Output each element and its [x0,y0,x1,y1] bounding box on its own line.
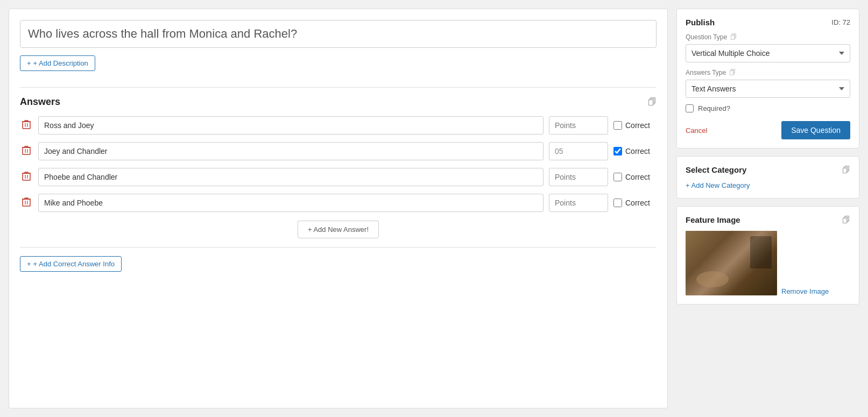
select-category-card: Select Category 🗍 + Add New Category [676,156,859,199]
svg-rect-12 [23,199,30,206]
plus-icon-2: + [27,260,31,268]
add-new-answer-button[interactable]: + Add New Answer! [298,221,379,238]
answer-row: Correct [20,116,657,135]
answers-header: Answers 🗍 [20,96,657,108]
question-type-label: Question Type 🗍 [686,33,850,41]
image-row: Remove Image [686,231,850,295]
correct-label-3: Correct [613,173,657,181]
answer-text-input-3[interactable] [38,168,544,186]
copy-icon-qt: 🗍 [730,33,737,41]
answers-type-select[interactable]: Text Answers Image Answers [686,80,850,98]
copy-icon-cat: 🗍 [842,165,850,174]
correct-checkbox-3[interactable] [613,173,622,181]
correct-text-4: Correct [625,199,650,207]
copy-icon[interactable]: 🗍 [648,97,657,107]
answer-row: Correct [20,194,657,212]
answer-text-input-4[interactable] [38,194,544,212]
correct-checkbox-2[interactable] [613,147,622,156]
divider [20,87,657,88]
publish-card-header: Publish ID: 72 [686,18,850,27]
cancel-link[interactable]: Cancel [686,126,707,135]
save-question-button[interactable]: Save Question [781,121,850,139]
question-type-select[interactable]: Vertical Multiple Choice Horizontal Mult… [686,44,850,62]
feature-image-card: Feature Image 🗍 Remove Image [676,206,859,305]
delete-answer-button-1[interactable] [20,117,33,134]
publish-title: Publish [686,18,715,27]
svg-rect-0 [23,122,30,129]
required-checkbox[interactable] [686,104,694,112]
correct-text-1: Correct [625,121,650,130]
action-row: Cancel Save Question [686,121,850,139]
correct-label-2: Correct [613,147,657,156]
add-correct-answer-info-label: + Add Correct Answer Info [33,260,115,268]
correct-checkbox-1[interactable] [613,121,622,130]
delete-answer-button-2[interactable] [20,143,33,160]
answer-points-input-1[interactable] [549,116,608,135]
bottom-divider [20,247,657,248]
answer-rows-container: Correct Correct [20,116,657,212]
feature-image-title: Feature Image [686,215,740,224]
required-label: Required? [698,104,730,112]
add-description-button[interactable]: + + Add Description [20,55,95,71]
remove-image-link[interactable]: Remove Image [781,287,829,295]
correct-text-3: Correct [625,173,650,181]
correct-checkbox-4[interactable] [613,199,622,207]
answer-row: Correct [20,142,657,160]
publish-id: ID: 72 [831,18,850,26]
svg-rect-4 [23,147,30,154]
answer-text-input-2[interactable] [38,142,544,160]
feature-image-thumbnail [686,231,777,295]
plus-icon: + [27,59,31,67]
correct-text-2: Correct [625,147,650,156]
correct-label-1: Correct [613,121,657,130]
publish-card: Publish ID: 72 Question Type 🗍 Vertical … [676,9,859,149]
copy-icon-at: 🗍 [729,69,736,76]
svg-rect-8 [23,173,30,180]
delete-answer-button-3[interactable] [20,169,33,186]
answer-points-input-3[interactable] [549,168,608,186]
answers-title: Answers [20,96,60,108]
answer-points-input-4[interactable] [549,194,608,212]
feature-image-simulation [686,231,777,295]
answer-text-input-1[interactable] [38,116,544,135]
main-panel: + + Add Description Answers 🗍 [9,9,668,408]
category-title: Select Category [686,165,746,174]
question-input[interactable] [20,20,657,48]
answer-points-input-2[interactable] [549,142,608,160]
delete-answer-button-4[interactable] [20,195,33,211]
add-new-answer-label: + Add New Answer! [308,225,369,234]
sidebar: Publish ID: 72 Question Type 🗍 Vertical … [676,9,859,408]
category-card-header: Select Category 🗍 [686,165,850,174]
add-new-category-link[interactable]: + Add New Category [686,181,750,189]
required-row: Required? [686,104,850,112]
answers-type-label: Answers Type 🗍 [686,69,850,76]
correct-label-4: Correct [613,199,657,207]
add-description-label: + Add Description [33,59,88,67]
answer-row: Correct [20,168,657,186]
copy-icon-fi: 🗍 [842,215,850,224]
feature-image-card-header: Feature Image 🗍 [686,215,850,224]
add-correct-answer-info-button[interactable]: + + Add Correct Answer Info [20,256,122,272]
